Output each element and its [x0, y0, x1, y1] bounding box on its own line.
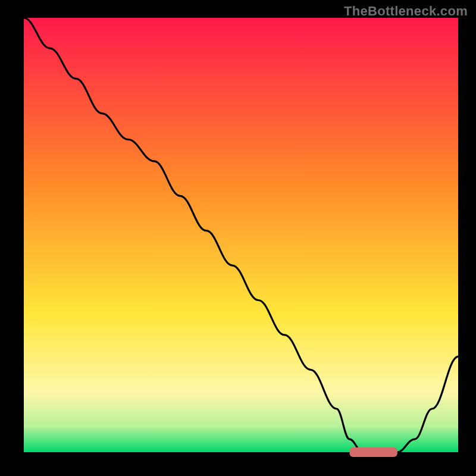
- plot-background: [24, 18, 458, 452]
- chart-frame: TheBottleneck.com: [0, 0, 476, 476]
- frame-right: [458, 0, 476, 476]
- bottleneck-chart: [0, 0, 476, 476]
- frame-left: [0, 0, 24, 476]
- frame-bottom: [0, 452, 476, 476]
- optimal-range-marker: [350, 447, 397, 457]
- frame-top: [0, 0, 476, 18]
